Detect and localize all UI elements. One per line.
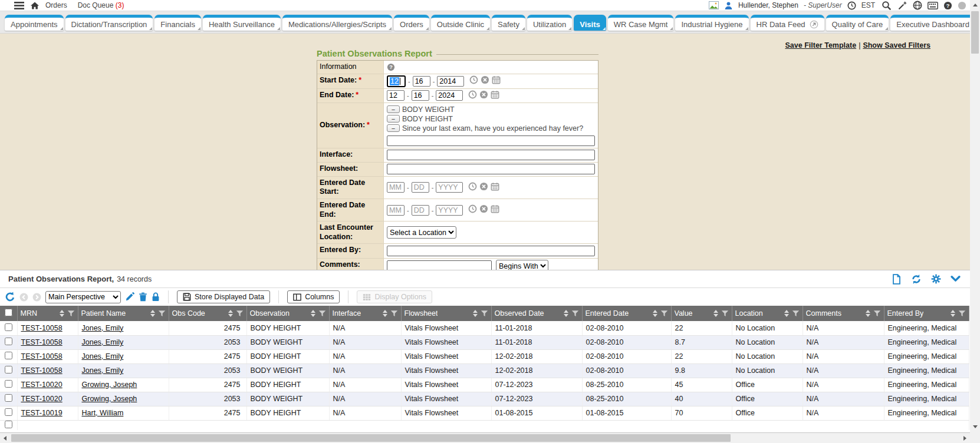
tab-financials[interactable]: Financials (154, 15, 201, 31)
patient-name-link[interactable]: Jones, Emily (82, 366, 124, 375)
clear-icon[interactable] (479, 182, 488, 193)
tab-hr-data-feed[interactable]: HR Data Feed (751, 15, 824, 31)
keyboard-icon[interactable] (928, 2, 938, 9)
sort-icon[interactable] (228, 310, 233, 317)
filter-funnel-icon[interactable] (318, 310, 326, 317)
column-header-entered-by[interactable]: Entered By (884, 306, 969, 321)
filter-funnel-icon[interactable] (660, 310, 668, 317)
sort-icon[interactable] (383, 310, 387, 317)
remove-observation-button[interactable] (387, 105, 400, 113)
trash-icon[interactable] (139, 292, 147, 302)
scroll-up-arrow[interactable] (970, 0, 980, 10)
show-saved-filters-link[interactable]: Show Saved Filters (863, 41, 930, 49)
observation-search-input[interactable] (387, 135, 595, 146)
select-all-checkbox[interactable] (5, 309, 12, 316)
tab-utilization[interactable]: Utilization (527, 15, 572, 31)
globe-icon[interactable] (913, 1, 922, 10)
tab-dictation-transcription[interactable]: Dictation/Transcription (65, 15, 153, 31)
menu-orders[interactable]: Orders (45, 1, 67, 9)
tab-executive-dashboard[interactable]: Executive Dashboard (890, 15, 980, 31)
entered-date-start-month-input[interactable]: MM (387, 182, 405, 193)
calendar-icon[interactable] (492, 75, 501, 87)
sort-icon[interactable] (713, 310, 718, 317)
row-checkbox[interactable] (5, 338, 12, 345)
sort-icon[interactable] (60, 310, 64, 317)
column-header-obs-code[interactable]: Obs Code (169, 306, 246, 321)
column-header-mrn[interactable]: MRN (17, 306, 78, 321)
patient-name-link[interactable]: Growing, Joseph (82, 381, 137, 389)
calendar-icon[interactable] (491, 182, 499, 193)
end-date-year-input[interactable]: 2024 (436, 90, 463, 101)
sort-icon[interactable] (866, 310, 870, 317)
column-header-observed-date[interactable]: Observed Date (491, 306, 582, 321)
filter-funnel-icon[interactable] (721, 310, 729, 317)
gear-icon[interactable] (931, 274, 941, 284)
mrn-link[interactable]: TEST-10058 (21, 366, 63, 375)
calendar-icon[interactable] (491, 90, 499, 101)
patient-name-link[interactable]: Jones, Emily (82, 352, 124, 361)
chevron-down-icon[interactable] (951, 275, 961, 283)
entered-date-start-year-input[interactable]: YYYY (436, 182, 463, 193)
user-icon[interactable] (724, 1, 733, 10)
tab-outside-clinic[interactable]: Outside Clinic (431, 15, 490, 31)
reset-icon[interactable] (5, 292, 15, 302)
patient-name-link[interactable]: Growing, Joseph (82, 395, 137, 403)
column-header-flowsheet[interactable]: Flowsheet (401, 306, 491, 321)
tab-wr-case-mgmt[interactable]: WR Case Mgmt (608, 15, 674, 31)
row-checkbox[interactable] (5, 408, 12, 416)
patient-name-link[interactable]: Jones, Emily (82, 324, 124, 332)
clear-icon[interactable] (481, 75, 489, 87)
start-date-day-input[interactable]: 16 (413, 76, 430, 87)
column-header-interface[interactable]: Interface (329, 306, 401, 321)
scroll-left-arrow[interactable] (0, 433, 10, 443)
tab-orders[interactable]: Orders (394, 15, 429, 31)
presence-icon[interactable] (958, 1, 966, 10)
help-icon[interactable]: ? (943, 1, 952, 10)
interface-input[interactable] (387, 150, 595, 160)
row-checkbox[interactable] (5, 323, 12, 331)
start-date-year-input[interactable]: 2014 (437, 76, 464, 87)
entered-date-end-day-input[interactable]: DD (412, 205, 429, 216)
refresh-icon[interactable] (911, 274, 922, 285)
row-checkbox[interactable] (5, 366, 12, 373)
prev-icon[interactable] (19, 293, 28, 302)
filter-funnel-icon[interactable] (158, 310, 166, 317)
sort-icon[interactable] (784, 310, 789, 317)
time-icon[interactable] (468, 90, 477, 101)
store-displayed-data-button[interactable]: Store Displayed Data (177, 290, 270, 303)
tab-industrial-hygiene[interactable]: Industrial Hygiene (675, 15, 748, 31)
vertical-scroll-thumb[interactable] (971, 11, 979, 54)
filter-funnel-icon[interactable] (481, 310, 488, 317)
sort-icon[interactable] (473, 310, 478, 317)
filter-funnel-icon[interactable] (958, 310, 966, 317)
remove-observation-button[interactable] (387, 115, 400, 123)
column-header-patient-name[interactable]: Patient Name (78, 306, 169, 321)
new-document-icon[interactable] (892, 274, 902, 285)
flowsheet-input[interactable] (387, 164, 595, 174)
entered-date-end-year-input[interactable]: YYYY (436, 205, 463, 216)
end-date-month-input[interactable]: 12 (387, 90, 405, 101)
next-icon[interactable] (32, 293, 41, 302)
mrn-link[interactable]: TEST-10019 (21, 409, 63, 417)
image-icon[interactable] (709, 1, 719, 9)
tab-visits[interactable]: Visits (574, 15, 606, 31)
row-checkbox[interactable] (5, 421, 12, 428)
remove-observation-button[interactable] (387, 124, 400, 132)
entered-by-input[interactable] (387, 246, 595, 256)
time-icon[interactable] (468, 204, 477, 216)
mrn-link[interactable]: TEST-10058 (21, 324, 63, 332)
perspective-select[interactable]: Main Perspective (45, 291, 121, 303)
patient-name-link[interactable]: Hart, William (82, 409, 124, 417)
hamburger-menu-icon[interactable] (14, 2, 24, 9)
mrn-link[interactable]: TEST-10020 (21, 395, 63, 403)
tab-appointments[interactable]: Appointments (5, 15, 64, 31)
row-checkbox[interactable] (5, 352, 12, 359)
lock-icon[interactable] (152, 292, 160, 302)
last-encounter-location-select[interactable]: Select a Location (387, 226, 456, 239)
vertical-scrollbar[interactable] (970, 0, 980, 443)
filter-funnel-icon[interactable] (390, 310, 398, 317)
horizontal-scroll-thumb[interactable] (11, 434, 731, 442)
sort-icon[interactable] (150, 310, 155, 317)
column-header-value[interactable]: Value (671, 306, 732, 321)
tab-quality-of-care[interactable]: Quality of Care (826, 15, 889, 31)
